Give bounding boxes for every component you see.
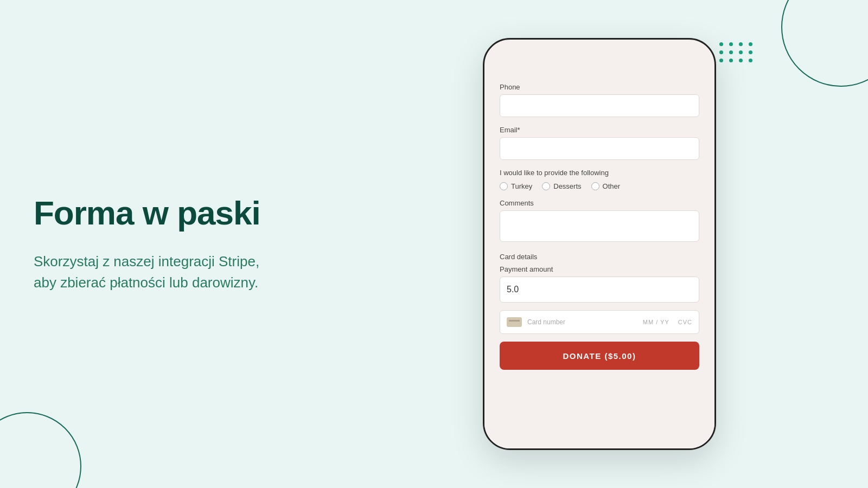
radio-circle-desserts	[542, 182, 550, 190]
payment-amount-input[interactable]	[500, 277, 699, 303]
svg-rect-1	[509, 320, 520, 322]
radio-circle-turkey	[500, 182, 508, 190]
deco-dot	[739, 42, 743, 46]
phone-label: Phone	[500, 83, 699, 91]
phone-content: Phone Email* I would like to provide the…	[484, 72, 714, 448]
donate-button[interactable]: DONATE ($5.00)	[500, 342, 699, 370]
phone-input[interactable]	[500, 94, 699, 117]
deco-dot	[719, 59, 723, 62]
phone-mockup: Phone Email* I would like to provide the…	[483, 38, 716, 450]
radio-label-turkey: Turkey	[511, 182, 532, 190]
radio-circle-other	[591, 182, 599, 190]
radio-group-label: I would like to provide the following	[500, 169, 699, 177]
deco-dot	[719, 42, 723, 46]
comments-label: Comments	[500, 199, 699, 207]
left-content: Forma w paski Skorzystaj z naszej integr…	[34, 195, 348, 293]
deco-dot	[729, 59, 733, 62]
radio-label-desserts: Desserts	[553, 182, 581, 190]
phone-notch	[567, 40, 632, 55]
comments-input[interactable]	[500, 210, 699, 242]
radio-option-desserts[interactable]: Desserts	[542, 182, 581, 190]
card-details-label: Card details	[500, 253, 699, 261]
deco-dot	[739, 50, 743, 54]
radio-label-other: Other	[603, 182, 621, 190]
deco-circle-bottom-left	[0, 412, 81, 488]
page-title: Forma w paski	[34, 195, 348, 232]
radio-option-turkey[interactable]: Turkey	[500, 182, 532, 190]
subtitle-line2: aby zbierać płatności lub darowizny.	[34, 274, 258, 291]
deco-dot	[739, 59, 743, 62]
radio-option-other[interactable]: Other	[591, 182, 621, 190]
deco-dot	[749, 42, 752, 46]
card-row[interactable]: Card number MM / YY CVC	[500, 310, 699, 334]
svg-rect-0	[509, 318, 520, 326]
card-number-placeholder: Card number	[527, 318, 565, 326]
deco-dot	[729, 42, 733, 46]
deco-dot	[719, 50, 723, 54]
email-input[interactable]	[500, 137, 699, 160]
card-left: Card number	[507, 317, 565, 327]
subtitle-line1: Skorzystaj z naszej integracji Stripe,	[34, 253, 259, 269]
card-expiry: MM / YY	[643, 319, 669, 325]
deco-dot	[749, 59, 752, 62]
deco-circle-top-right	[781, 0, 868, 87]
card-cvc: CVC	[678, 319, 692, 325]
card-icon	[507, 317, 522, 327]
deco-dot	[729, 50, 733, 54]
deco-dots	[719, 42, 754, 62]
page-subtitle: Skorzystaj z naszej integracji Stripe, a…	[34, 251, 348, 293]
payment-amount-label: Payment amount	[500, 265, 699, 273]
deco-dot	[749, 50, 752, 54]
radio-group: Turkey Desserts Other	[500, 182, 699, 190]
email-label: Email*	[500, 126, 699, 134]
card-expiry-cvc: MM / YY CVC	[643, 319, 692, 325]
